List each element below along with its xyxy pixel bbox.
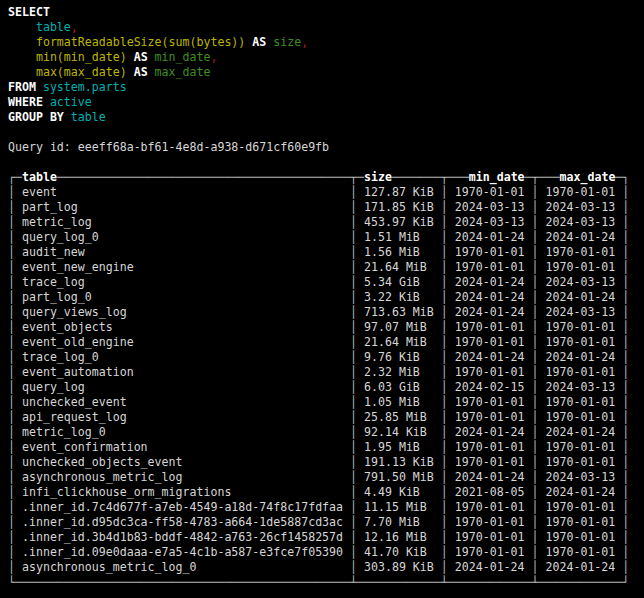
table-cell: 1970-01-01: [448, 500, 532, 514]
table-cell: 791.50 MiB: [357, 470, 441, 484]
table-cell: 1970-01-01: [448, 455, 532, 469]
table-cell: .inner_id.7c4d677f-a7eb-4549-a18d-74f8c1…: [15, 500, 350, 514]
column-header: table: [22, 170, 57, 184]
table-cell: 2024-03-13: [539, 275, 623, 289]
table-cell: 1970-01-01: [539, 245, 623, 259]
sql-line: min(min_date) AS min_date,: [8, 50, 644, 65]
table-cell: unchecked_objects_event: [15, 455, 350, 469]
table-cell: 1970-01-01: [448, 245, 532, 259]
query-id: Query id: eeeff68a-bf61-4e8d-a938-d671cf…: [8, 140, 644, 155]
table-cell: .inner_id.3b4d1b83-bddf-4842-a763-26cf14…: [15, 530, 350, 544]
table-cell: event: [15, 185, 350, 199]
table-cell: event_confirmation: [15, 440, 350, 454]
table-cell: 5.34 GiB: [357, 275, 441, 289]
sql-line: GROUP BY table: [8, 110, 644, 125]
table-row: │ audit_new │ 1.56 MiB │ 1970-01-01 │ 19…: [8, 245, 644, 260]
table-bottom-border: └───────────────────────────────────────…: [8, 575, 644, 590]
table-cell: unchecked_event: [15, 395, 350, 409]
table-cell: 1970-01-01: [539, 410, 623, 424]
table-cell: audit_new: [15, 245, 350, 259]
table-cell: 2024-01-24: [448, 560, 532, 574]
terminal-window: { "terminal": { "colors": { "background"…: [0, 0, 644, 598]
table-cell: 4.49 KiB: [357, 485, 441, 499]
table-cell: 2024-01-24: [539, 350, 623, 364]
table-cell: event_new_engine: [15, 260, 350, 274]
table-cell: asynchronous_metric_log_0: [15, 560, 350, 574]
table-cell: 1970-01-01: [448, 320, 532, 334]
table-cell: 2024-01-24: [448, 350, 532, 364]
sql-line: SELECT: [8, 5, 644, 20]
table-row: │ infi_clickhouse_orm_migrations │ 4.49 …: [8, 485, 644, 500]
result-table: ┌─table─────────────────────────────────…: [8, 170, 644, 590]
table-row: │ query_log │ 6.03 GiB │ 2024-02-15 │ 20…: [8, 380, 644, 395]
table-row: │ asynchronous_metric_log_0 │ 303.89 KiB…: [8, 560, 644, 575]
table-cell: part_log: [15, 200, 350, 214]
table-cell: 21.64 MiB: [357, 260, 441, 274]
table-cell: 41.70 KiB: [357, 545, 441, 559]
table-cell: metric_log_0: [15, 425, 350, 439]
column-header: max_date: [560, 170, 616, 184]
table-cell: 1970-01-01: [448, 515, 532, 529]
table-cell: 12.16 MiB: [357, 530, 441, 544]
table-cell: 1970-01-01: [539, 395, 623, 409]
table-cell: 2024-03-13: [539, 215, 623, 229]
table-cell: 2024-01-24: [448, 275, 532, 289]
table-cell: .inner_id.09e0daaa-e7a5-4c1b-a587-e3fce7…: [15, 545, 350, 559]
table-row: │ part_log │ 171.85 KiB │ 2024-03-13 │ 2…: [8, 200, 644, 215]
table-cell: 1970-01-01: [539, 440, 623, 454]
table-row: │ .inner_id.3b4d1b83-bddf-4842-a763-26cf…: [8, 530, 644, 545]
table-row: │ event_confirmation │ 1.95 MiB │ 1970-0…: [8, 440, 644, 455]
table-cell: 11.15 MiB: [357, 500, 441, 514]
table-cell: event_objects: [15, 320, 350, 334]
table-cell: 1970-01-01: [539, 185, 623, 199]
table-cell: 2024-01-24: [448, 470, 532, 484]
table-cell: 1970-01-01: [448, 260, 532, 274]
table-cell: 1970-01-01: [539, 260, 623, 274]
table-cell: 2024-01-24: [539, 290, 623, 304]
table-cell: query_views_log: [15, 305, 350, 319]
table-row: │ .inner_id.09e0daaa-e7a5-4c1b-a587-e3fc…: [8, 545, 644, 560]
table-cell: 2024-01-24: [448, 230, 532, 244]
table-cell: 9.76 KiB: [357, 350, 441, 364]
table-cell: 1970-01-01: [448, 365, 532, 379]
table-cell: 191.13 KiB: [357, 455, 441, 469]
table-cell: 1970-01-01: [539, 545, 623, 559]
table-cell: 1970-01-01: [539, 515, 623, 529]
table-cell: 1970-01-01: [539, 365, 623, 379]
sql-line: FROM system.parts: [8, 80, 644, 95]
table-cell: .inner_id.d95dc3ca-ff58-4783-a664-1de588…: [15, 515, 350, 529]
table-cell: 1970-01-01: [539, 455, 623, 469]
table-row: │ metric_log │ 453.97 KiB │ 2024-03-13 │…: [8, 215, 644, 230]
sql-query: SELECT table, formatReadableSize(sum(byt…: [8, 5, 644, 125]
table-cell: 6.03 GiB: [357, 380, 441, 394]
table-cell: 1970-01-01: [448, 440, 532, 454]
table-cell: 1970-01-01: [448, 395, 532, 409]
table-cell: trace_log: [15, 275, 350, 289]
table-cell: 1970-01-01: [448, 530, 532, 544]
table-row: │ api_request_log │ 25.85 MiB │ 1970-01-…: [8, 410, 644, 425]
table-row: │ event_automation │ 2.32 MiB │ 1970-01-…: [8, 365, 644, 380]
table-cell: 1.56 MiB: [357, 245, 441, 259]
table-cell: 1970-01-01: [448, 335, 532, 349]
table-cell: 2024-01-24: [539, 485, 623, 499]
table-cell: 2024-03-13: [539, 380, 623, 394]
table-cell: 2024-01-24: [448, 305, 532, 319]
table-cell: 453.97 KiB: [357, 215, 441, 229]
table-cell: 127.87 KiB: [357, 185, 441, 199]
table-cell: event_old_engine: [15, 335, 350, 349]
column-header: min_date: [469, 170, 525, 184]
table-cell: 1970-01-01: [448, 185, 532, 199]
table-cell: 1.95 MiB: [357, 440, 441, 454]
table-cell: 2024-03-13: [448, 215, 532, 229]
table-cell: 2021-08-05: [448, 485, 532, 499]
table-cell: 2.32 MiB: [357, 365, 441, 379]
table-cell: 171.85 KiB: [357, 200, 441, 214]
table-row: │ query_log_0 │ 1.51 MiB │ 2024-01-24 │ …: [8, 230, 644, 245]
table-cell: asynchronous_metric_log: [15, 470, 350, 484]
table-cell: api_request_log: [15, 410, 350, 424]
sql-line: max(max_date) AS max_date: [8, 65, 644, 80]
table-row: │ unchecked_event │ 1.05 MiB │ 1970-01-0…: [8, 395, 644, 410]
table-cell: 3.22 KiB: [357, 290, 441, 304]
table-cell: 2024-01-24: [539, 425, 623, 439]
table-row: │ event_new_engine │ 21.64 MiB │ 1970-01…: [8, 260, 644, 275]
